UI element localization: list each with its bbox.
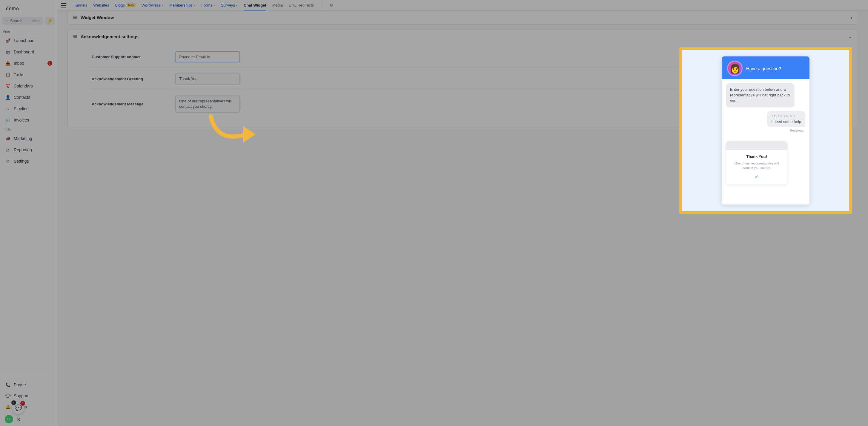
megaphone-icon: 📣 — [5, 135, 11, 141]
agent-avatar — [727, 61, 743, 76]
sidebar-item-label: Marketing — [14, 136, 32, 141]
contact-label: Customer Support contact — [92, 55, 175, 59]
avatar: Gr — [5, 415, 13, 423]
nav-blogs[interactable]: BlogsNew — [115, 3, 135, 7]
floating-chat-button[interactable]: 💬 4 5 — [12, 401, 25, 414]
thanks-card: Thank You! One of our representatives wi… — [726, 141, 787, 185]
check-icon: ✔ — [730, 174, 784, 179]
user-message: I need some help — [771, 120, 801, 124]
chat-preview-bg: Have a question? Enter your question bel… — [682, 50, 849, 211]
bolt-icon: ⚡ — [47, 18, 53, 24]
nav-wordpress[interactable]: WordPress▾ — [142, 3, 163, 7]
sidebar-item-tasks[interactable]: 📋Tasks — [1, 69, 56, 80]
message-label: Acknowledgement Message — [92, 102, 175, 106]
chevron-down-icon: ⌄ — [848, 34, 852, 39]
message-input[interactable]: One of our representatives will contact … — [175, 96, 240, 112]
invoice-icon: 🧾 — [5, 117, 11, 123]
float-badge-red: 5 — [20, 401, 25, 406]
gear-icon: ⚙ — [5, 158, 11, 164]
rocket-icon: 🚀 — [5, 38, 11, 43]
top-nav: Funnels Websites BlogsNew WordPress▾ Mem… — [57, 0, 868, 11]
contact-icon: 👤 — [5, 94, 11, 100]
sidebar-item-reporting[interactable]: ◔Reporting — [1, 144, 56, 155]
nav-label: Surveys — [221, 3, 235, 7]
chevron-down-icon: ▾ — [162, 4, 163, 7]
received-label: Received — [790, 129, 804, 132]
sidebar-item-label: Calendars — [14, 84, 33, 88]
sidebar-item-settings[interactable]: ⚙Settings — [1, 156, 56, 167]
settings-gear[interactable]: ⚙ — [330, 3, 333, 7]
sidebar-item-phone[interactable]: 📞Phone — [1, 380, 56, 390]
chevron-right-icon: › — [851, 15, 852, 20]
sidebar-item-support[interactable]: 💬Support — [1, 391, 56, 401]
sidebar-item-dashboard[interactable]: ▦Dashboard — [1, 46, 56, 57]
sidebar-item-label: Phone — [14, 383, 26, 387]
sidebar-item-invoices[interactable]: 🧾Invoices — [1, 114, 56, 125]
user-bubble: +19768778787 I need some help — [767, 111, 805, 127]
chevron-down-icon: ▾ — [236, 4, 238, 7]
search-label: Search — [10, 19, 22, 23]
sidebar-item-label: Reporting — [14, 148, 32, 152]
sidebar: demo. ⌕ Search ctrl K ⚡ Apps 🚀Launchpad … — [0, 0, 57, 426]
thanks-desc: One of our representatives will contact … — [730, 161, 784, 170]
panel-header-ack-settings[interactable]: ✉ Acknowledgement settings ⌄ — [68, 30, 858, 43]
nav-label: Blogs — [115, 3, 125, 7]
menu-toggle[interactable] — [61, 3, 66, 7]
sidebar-item-label: le — [17, 417, 21, 422]
chat-title: Have a question? — [746, 66, 781, 71]
thanks-card-header — [726, 141, 787, 150]
sidebar-item-label: Dashboard — [14, 50, 34, 54]
sidebar-item-inbox[interactable]: 📥Inbox1 — [1, 58, 56, 69]
bolt-button[interactable]: ⚡ — [45, 17, 55, 25]
nav-memberships[interactable]: Memberships▾ — [169, 3, 195, 7]
chevron-down-icon: ▾ — [214, 4, 215, 7]
sidebar-item-pipeline[interactable]: ⛬Pipeline — [1, 103, 56, 114]
sidebar-apps-label: Apps — [0, 28, 57, 35]
nav-chat-widget[interactable]: Chat Widget — [244, 3, 266, 10]
float-badge-dark: 4 — [11, 400, 16, 405]
inbox-icon: 📥 — [5, 60, 11, 66]
widget-window-panel: ⊞ Widget Window › — [67, 11, 858, 25]
sidebar-item-label: Pipeline — [14, 106, 29, 111]
nav-url-redirects[interactable]: URL Redirects — [289, 3, 314, 7]
mail-icon: ✉ — [73, 34, 77, 39]
bell-icon: 🔔 — [5, 404, 11, 410]
nav-websites[interactable]: Websites — [93, 3, 109, 7]
new-badge: New — [127, 3, 135, 7]
sidebar-item-marketing[interactable]: 📣Marketing — [1, 133, 56, 144]
sidebar-item-label: Inbox — [14, 61, 24, 66]
nav-media[interactable]: Media — [272, 3, 283, 7]
sidebar-item-label: Launchpad — [14, 38, 34, 43]
thanks-title: Thank You! — [730, 154, 784, 159]
sidebar-item-notifications[interactable]: 🔔cations — [1, 401, 56, 412]
nav-funnels[interactable]: Funnels — [73, 3, 87, 7]
contact-input[interactable] — [175, 52, 240, 62]
sidebar-item-label: Invoices — [14, 118, 29, 122]
grid-icon: ▦ — [5, 49, 11, 55]
panel-header-widget-window[interactable]: ⊞ Widget Window › — [68, 11, 858, 24]
nav-label: Forms — [201, 3, 212, 7]
nav-forms[interactable]: Forms▾ — [201, 3, 215, 7]
tasks-icon: 📋 — [5, 72, 11, 77]
nav-surveys[interactable]: Surveys▾ — [221, 3, 238, 7]
pipeline-icon: ⛬ — [5, 106, 11, 112]
search-shortcut: ctrl K — [32, 19, 40, 23]
intro-bubble: Enter your question below and a represen… — [726, 83, 795, 107]
report-icon: ◔ — [5, 147, 11, 153]
search-input[interactable]: ⌕ Search ctrl K — [2, 17, 43, 25]
sidebar-item-contacts[interactable]: 👤Contacts — [1, 92, 56, 103]
sidebar-item-label: Tasks — [14, 72, 25, 77]
sidebar-item-profile[interactable]: Grle — [1, 413, 56, 426]
annotation-arrow — [208, 113, 261, 155]
search-icon: ⌕ — [5, 19, 8, 23]
inbox-badge: 1 — [48, 61, 52, 66]
sidebar-item-launchpad[interactable]: 🚀Launchpad — [1, 35, 56, 46]
brand-logo: demo. — [0, 0, 57, 17]
sidebar-item-label: Support — [14, 393, 28, 398]
chat-widget-preview: Have a question? Enter your question bel… — [722, 57, 809, 204]
sidebar-item-calendars[interactable]: 📅Calendars — [1, 80, 56, 91]
greeting-input[interactable]: Thank You! — [175, 73, 240, 85]
window-icon: ⊞ — [73, 14, 77, 20]
sidebar-tools-label: Tools — [0, 126, 57, 133]
gear-icon: ⚙ — [330, 3, 333, 7]
